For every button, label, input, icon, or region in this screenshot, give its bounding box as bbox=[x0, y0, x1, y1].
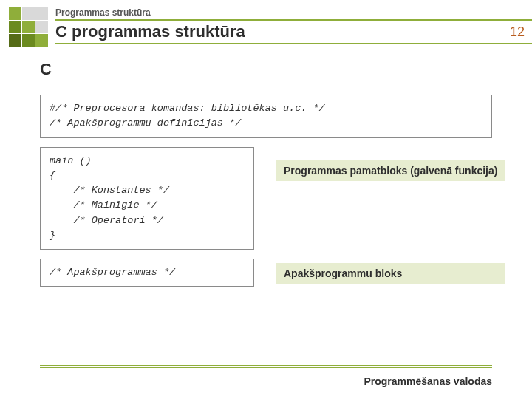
header: Programmas struktūra C programmas strukt… bbox=[0, 0, 532, 47]
page-number: 12 bbox=[510, 24, 525, 40]
footer-text: Programmēšanas valodas bbox=[364, 375, 492, 387]
header-text-block: Programmas struktūra C programmas strukt… bbox=[55, 0, 532, 44]
section-label: C bbox=[40, 60, 492, 81]
breadcrumb: Programmas struktūra bbox=[55, 4, 532, 19]
subprogram-block: /* Apakšprogrammas */ bbox=[40, 259, 254, 287]
sub-callout: Apakšprogrammu bloks bbox=[276, 263, 505, 284]
main-block-row: main () { /* Konstantes */ /* Mainīgie *… bbox=[40, 147, 492, 250]
sub-block-row: /* Apakšprogrammas */ Apakšprogrammu blo… bbox=[40, 259, 492, 287]
title-row: C programmas struktūra 12 bbox=[55, 19, 532, 44]
logo-icon bbox=[9, 7, 48, 47]
main-function-block: main () { /* Konstantes */ /* Mainīgie *… bbox=[40, 147, 254, 250]
footer-rule bbox=[40, 365, 492, 368]
preprocessor-block: #/* Preprocesora komandas: bibliotēkas u… bbox=[40, 95, 492, 138]
main-callout: Programmas pamatbloks (galvenā funkcija) bbox=[276, 160, 505, 181]
page-title: C programmas struktūra bbox=[55, 22, 245, 41]
content: #/* Preprocesora komandas: bibliotēkas u… bbox=[40, 95, 492, 287]
